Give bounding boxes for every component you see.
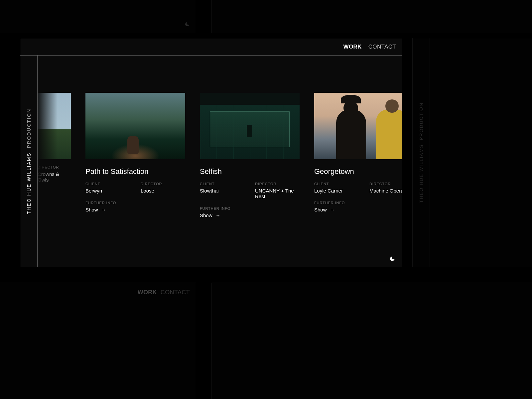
project-card[interactable]: Georgetown CLIENT Loyle Carner DIRECTOR … bbox=[314, 93, 402, 218]
nav-work[interactable]: WORK bbox=[343, 44, 362, 50]
meta-label: FURTHER INFO bbox=[314, 201, 402, 205]
meta-label: CLIENT bbox=[85, 182, 130, 186]
moon-icon bbox=[185, 22, 190, 28]
project-thumbnail[interactable] bbox=[38, 93, 71, 159]
meta-value: Berwyn bbox=[85, 188, 130, 194]
meta-value: UNCANNY + The Rest bbox=[255, 188, 300, 199]
main-window: WORK CONTACT THEO HUE WILLIAMS PRODUCTIO… bbox=[20, 38, 402, 267]
project-strip[interactable]: DIRECTOR Crowns & Owls Path to Satisfact… bbox=[38, 56, 402, 267]
nav-contact[interactable]: CONTACT bbox=[368, 44, 396, 50]
show-link[interactable]: Show→ bbox=[200, 212, 220, 218]
project-thumbnail[interactable] bbox=[200, 93, 300, 159]
ghost-panel: THEO HUE WILLIAMS PRODUCTION bbox=[412, 38, 532, 267]
ghost-panel: WORK CONTACT bbox=[0, 283, 196, 399]
meta-label: DIRECTOR bbox=[38, 165, 71, 169]
meta-value: Loose bbox=[141, 188, 185, 194]
project-thumbnail[interactable] bbox=[85, 93, 185, 159]
side-rail: THEO HUE WILLIAMS PRODUCTION bbox=[20, 56, 38, 267]
meta-label: DIRECTOR bbox=[141, 182, 185, 186]
project-card[interactable]: Path to Satisfaction CLIENT Berwyn DIREC… bbox=[85, 93, 185, 218]
ghost-panel bbox=[0, 0, 196, 33]
arrow-right-icon: → bbox=[216, 213, 220, 218]
meta-label: CLIENT bbox=[200, 182, 244, 186]
project-title: Selfish bbox=[200, 167, 300, 176]
project-card[interactable]: DIRECTOR Crowns & Owls bbox=[38, 93, 71, 218]
show-link[interactable]: Show→ bbox=[314, 207, 335, 212]
ghost-panel: CONTACT bbox=[211, 283, 532, 399]
meta-label: FURTHER INFO bbox=[200, 206, 300, 210]
meta-value: Machine Operated bbox=[369, 188, 402, 194]
meta-label: FURTHER INFO bbox=[85, 201, 185, 205]
site-title-vertical: THEO HUE WILLIAMS PRODUCTION bbox=[26, 108, 32, 214]
moon-icon bbox=[389, 256, 395, 262]
meta-label: CLIENT bbox=[314, 182, 359, 186]
arrow-right-icon: → bbox=[330, 207, 335, 212]
meta-value: Slowthai bbox=[200, 188, 244, 194]
project-card[interactable]: Selfish CLIENT Slowthai DIRECTOR UNCANNY… bbox=[200, 93, 300, 218]
project-title: Georgetown bbox=[314, 167, 402, 176]
meta-value: Crowns & Owls bbox=[38, 171, 71, 183]
arrow-right-icon: → bbox=[101, 207, 106, 212]
meta-label: DIRECTOR bbox=[255, 182, 300, 186]
top-nav: WORK CONTACT bbox=[20, 38, 402, 56]
theme-toggle[interactable] bbox=[389, 256, 395, 262]
ghost-panel bbox=[211, 0, 532, 33]
project-title: Path to Satisfaction bbox=[85, 167, 185, 176]
project-thumbnail[interactable] bbox=[314, 93, 402, 159]
show-link[interactable]: Show→ bbox=[85, 207, 106, 212]
meta-value: Loyle Carner bbox=[314, 188, 359, 194]
meta-label: DIRECTOR bbox=[369, 182, 402, 186]
